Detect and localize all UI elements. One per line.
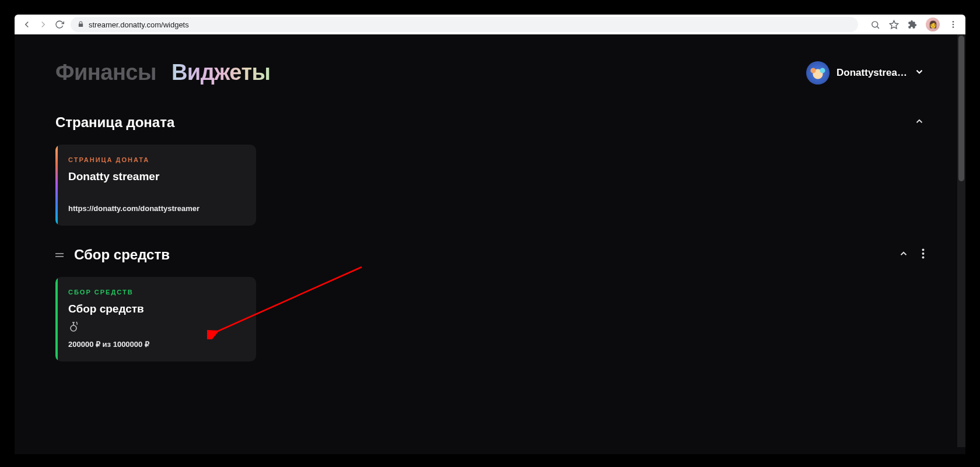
forward-button[interactable] bbox=[38, 19, 48, 30]
lock-icon bbox=[78, 21, 84, 29]
card-accent-strip bbox=[55, 145, 58, 226]
card-accent-strip bbox=[55, 277, 58, 361]
profile-avatar-icon[interactable]: 👩 bbox=[926, 17, 940, 31]
card-fundraising[interactable]: СБОР СРЕДСТВ Сбор средств 200000 ₽ из 10… bbox=[55, 277, 256, 361]
goal-icon bbox=[68, 320, 243, 334]
card-title: Donatty streamer bbox=[68, 170, 243, 183]
collapse-toggle-icon[interactable] bbox=[914, 116, 925, 129]
section-donation-page: Страница доната СТРАНИЦА ДОНАТА Donatty … bbox=[55, 114, 925, 226]
tab-widgets[interactable]: Виджеты bbox=[172, 60, 271, 85]
svg-point-4 bbox=[953, 24, 954, 26]
svg-marker-2 bbox=[890, 20, 898, 28]
card-donation-page[interactable]: СТРАНИЦА ДОНАТА Donatty streamer https:/… bbox=[55, 145, 256, 226]
browser-toolbar: streamer.donatty.com/widgets 👩 bbox=[15, 15, 965, 34]
svg-point-8 bbox=[922, 256, 925, 258]
drag-handle-icon[interactable] bbox=[55, 253, 64, 257]
collapse-toggle-icon[interactable] bbox=[898, 248, 909, 261]
app-viewport: Финансы Виджеты Donattystrea… Страница д… bbox=[15, 34, 965, 454]
bookmark-icon[interactable] bbox=[888, 19, 899, 30]
svg-point-9 bbox=[71, 325, 76, 331]
reload-button[interactable] bbox=[54, 19, 65, 30]
url-text: streamer.donatty.com/widgets bbox=[89, 20, 189, 29]
card-title: Сбор средств bbox=[68, 303, 243, 315]
svg-point-7 bbox=[922, 252, 925, 255]
svg-point-5 bbox=[953, 26, 954, 28]
section-title-fundraising: Сбор средств bbox=[74, 247, 170, 263]
card-label: СБОР СРЕДСТВ bbox=[68, 289, 243, 296]
svg-point-6 bbox=[922, 248, 925, 251]
section-fundraising: Сбор средств СБОР СРЕДСТВ Сбор средс bbox=[55, 247, 925, 361]
section-menu-icon[interactable] bbox=[922, 248, 925, 262]
tab-finance[interactable]: Финансы bbox=[55, 60, 156, 85]
back-button[interactable] bbox=[22, 19, 32, 30]
goal-progress-text: 200000 ₽ из 1000000 ₽ bbox=[68, 340, 243, 349]
user-avatar-icon bbox=[806, 61, 830, 85]
section-title-donation: Страница доната bbox=[55, 114, 174, 131]
card-label: СТРАНИЦА ДОНАТА bbox=[68, 156, 243, 163]
svg-point-3 bbox=[953, 21, 954, 23]
svg-line-1 bbox=[877, 26, 879, 29]
address-bar[interactable]: streamer.donatty.com/widgets bbox=[71, 17, 858, 32]
user-menu[interactable]: Donattystrea… bbox=[806, 61, 925, 85]
user-name: Donattystrea… bbox=[836, 67, 907, 79]
top-nav: Финансы Виджеты Donattystrea… bbox=[55, 60, 925, 85]
chevron-down-icon bbox=[914, 66, 925, 79]
svg-point-0 bbox=[872, 21, 877, 27]
zoom-icon[interactable] bbox=[870, 19, 880, 30]
card-url: https://donatty.com/donattystreamer bbox=[68, 204, 243, 213]
extensions-icon[interactable] bbox=[907, 19, 918, 30]
menu-icon[interactable] bbox=[948, 19, 958, 30]
